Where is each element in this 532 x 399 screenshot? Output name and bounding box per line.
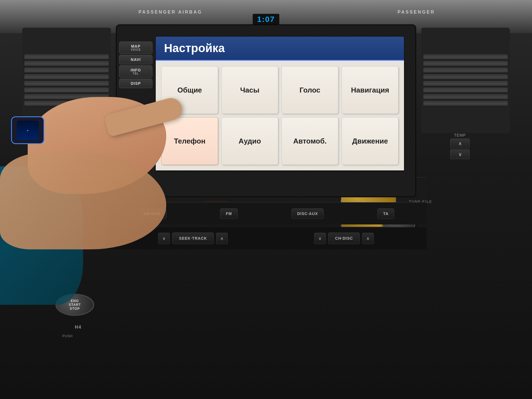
front-defrost-icon: ≋ [203, 184, 208, 191]
vent-right [421, 28, 510, 133]
front-label: FRONT [200, 192, 211, 196]
temperature-controls: TEMP ∧ ∨ [443, 133, 477, 159]
screen-menu-grid: Общие Часы Голос Навигация Телефон Аудио… [156, 61, 404, 170]
menu-button-chasy[interactable]: Часы [221, 66, 278, 114]
vent-slat [423, 94, 508, 99]
vent-slat [423, 81, 508, 86]
seek-down-button[interactable]: ∨ [158, 233, 170, 244]
stop-label: STOP [70, 307, 80, 311]
info-tel-button[interactable]: INFOTEL [119, 65, 152, 78]
vent-slat [423, 61, 508, 66]
vent-slat [24, 68, 109, 73]
screen-header: Настройка [156, 37, 404, 61]
seek-track-section: ∨ SEEK·TRACK ∧ [158, 232, 228, 244]
recirculate-button[interactable]: ↺ REAR [326, 184, 335, 196]
vol-up-button[interactable]: ∧ [362, 233, 374, 244]
temp-label: TEMP [454, 133, 466, 137]
vent-slat [423, 55, 508, 60]
menu-button-navigaciya[interactable]: Навигация [342, 66, 398, 114]
temp-down-button[interactable]: ∨ [450, 149, 470, 159]
watch-screen: ● [17, 121, 39, 140]
screen-title: Настройка [164, 42, 225, 55]
vent-slat [24, 55, 109, 60]
clock-display: 1:07 [253, 14, 279, 25]
vent-slat [423, 68, 508, 73]
vent-slat [423, 75, 508, 80]
map-voice-button[interactable]: MAPVOICE [119, 42, 152, 54]
vent-slat [24, 81, 109, 86]
rear-view-button[interactable]: □ [388, 186, 392, 194]
temp-up-button[interactable]: ∧ [450, 139, 470, 148]
watch-display: ● [27, 129, 29, 132]
menu-button-dvizhenie[interactable]: Движение [342, 117, 398, 165]
ch-disc-button[interactable]: CH·DISC [328, 232, 360, 244]
airbag-label-right: PASSENGER [398, 10, 435, 15]
infotainment-screen: Настройка Общие Часы Голос Навигация Тел… [155, 36, 405, 172]
vent-slat [423, 88, 508, 93]
vent-slat [24, 75, 109, 80]
push-label: PUSH [62, 334, 73, 338]
disc-aux-button[interactable]: DISC·AUX [291, 208, 324, 219]
menu-button-avtomob[interactable]: Автомоб. [282, 117, 338, 165]
start-label: START [69, 303, 81, 307]
nav-buttons-panel: MAPVOICE NAVI INFOTEL DISP [119, 42, 152, 88]
ta-button[interactable]: TA [377, 208, 395, 219]
menu-button-golos[interactable]: Голос [282, 66, 338, 114]
vent-slat [423, 101, 508, 106]
eng-label: ENG [71, 299, 79, 303]
menu-button-audio[interactable]: Аудио [221, 117, 278, 165]
vent-slat [24, 88, 109, 93]
menu-button-telefon[interactable]: Телефон [161, 117, 218, 165]
front-defrost-button[interactable]: ≋ FRONT [200, 184, 211, 196]
fm-button[interactable]: FM [220, 208, 238, 219]
disp-button[interactable]: DISP [119, 79, 152, 88]
airbag-label-left: PASSENGER AIRBAG [139, 10, 202, 15]
h4-label: H4 [75, 325, 81, 330]
vent-slat [24, 61, 109, 66]
recirculate-icon: ↺ [328, 184, 333, 191]
bottom-controls-panel: ∨ SEEK·TRACK ∧ ∨ CH·DISC ∧ [105, 227, 427, 249]
navi-button[interactable]: NAVI [119, 55, 152, 64]
smartwatch: ● [11, 116, 44, 144]
rear-view-icon: □ [388, 186, 392, 194]
ac-rear-label: REAR [326, 192, 335, 196]
rear-defrost-button[interactable]: ≋ REAR [264, 184, 273, 196]
seek-up-button[interactable]: ∧ [216, 233, 228, 244]
seek-track-button[interactable]: SEEK·TRACK [172, 232, 214, 244]
vol-down-button[interactable]: ∨ [314, 233, 326, 244]
rear-defrost-icon: ≋ [266, 184, 271, 191]
ch-disc-section: ∨ CH·DISC ∧ [314, 232, 374, 244]
rear-label: REAR [264, 192, 273, 196]
